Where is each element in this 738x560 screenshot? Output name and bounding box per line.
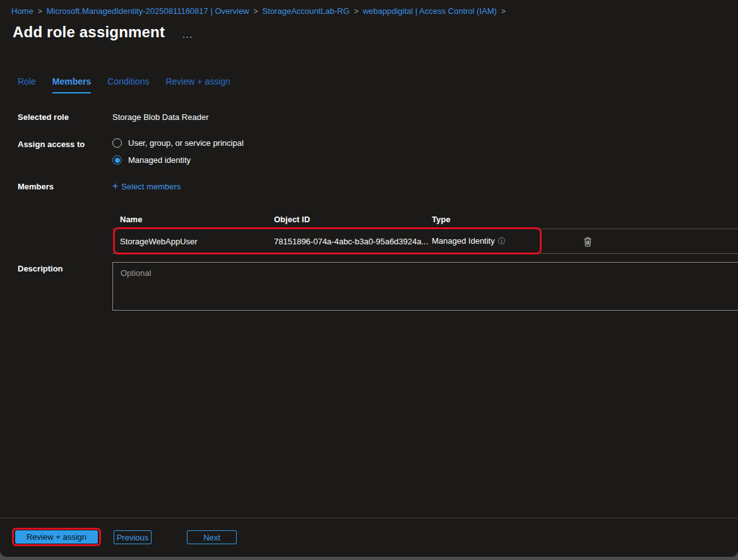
member-name-cell: StorageWebAppUser bbox=[112, 237, 274, 246]
review-assign-button[interactable]: Review + assign bbox=[15, 530, 98, 544]
breadcrumb-link-managed-identity-overview[interactable]: Microsoft.ManagedIdentity-20250811160817… bbox=[47, 6, 249, 16]
tab-bar: Role Members Conditions Review + assign bbox=[18, 76, 230, 93]
description-input[interactable] bbox=[112, 262, 738, 311]
assign-access-radio-group: User, group, or service principal Manage… bbox=[112, 138, 244, 172]
previous-button[interactable]: Previous bbox=[114, 530, 152, 544]
column-header-object-id: Object ID bbox=[274, 215, 432, 224]
selected-role-label: Selected role bbox=[18, 112, 69, 122]
radio-unselected-icon bbox=[112, 138, 122, 148]
radio-option-user-group-service-principal[interactable]: User, group, or service principal bbox=[112, 138, 244, 148]
members-table-header: Name Object ID Type bbox=[112, 210, 738, 229]
select-members-link-label: Select members bbox=[121, 182, 181, 191]
breadcrumb-link-access-control-iam[interactable]: webappdigital | Access Control (IAM) bbox=[363, 6, 497, 16]
assign-access-to-label: Assign access to bbox=[18, 140, 85, 149]
page-title: Add role assignment bbox=[13, 23, 165, 41]
trash-icon bbox=[583, 237, 592, 247]
footer-divider bbox=[0, 518, 738, 518]
column-header-type: Type bbox=[432, 215, 558, 224]
breadcrumb-separator-icon: > bbox=[354, 7, 359, 16]
select-members-link[interactable]: + Select members bbox=[112, 181, 181, 192]
tab-conditions[interactable]: Conditions bbox=[107, 76, 149, 93]
tab-review-assign[interactable]: Review + assign bbox=[165, 76, 230, 93]
radio-selected-icon bbox=[112, 155, 122, 165]
breadcrumb-link-resource-group[interactable]: StorageAccountLab-RG bbox=[263, 6, 350, 16]
radio-option-managed-identity[interactable]: Managed identity bbox=[112, 155, 244, 165]
radio-option-label: Managed identity bbox=[128, 155, 191, 165]
breadcrumb-link-home[interactable]: Home bbox=[11, 6, 33, 16]
breadcrumb-separator-icon: > bbox=[38, 7, 42, 16]
selected-role-value: Storage Blob Data Reader bbox=[112, 112, 208, 122]
table-row[interactable]: StorageWebAppUser 78151896-074a-4abc-b3a… bbox=[112, 229, 738, 254]
tab-members[interactable]: Members bbox=[52, 76, 91, 93]
radio-option-label: User, group, or service principal bbox=[128, 138, 244, 148]
members-label: Members bbox=[18, 182, 54, 191]
next-button[interactable]: Next bbox=[187, 530, 237, 544]
tab-role[interactable]: Role bbox=[18, 76, 36, 93]
plus-icon: + bbox=[112, 181, 118, 192]
page: Home > Microsoft.ManagedIdentity-2025081… bbox=[0, 0, 738, 560]
member-object-id-cell: 78151896-074a-4abc-b3a0-95a6d3924a... bbox=[274, 237, 432, 246]
title-row: Add role assignment ... bbox=[13, 23, 193, 41]
more-options-button[interactable]: ... bbox=[182, 30, 193, 40]
breadcrumb: Home > Microsoft.ManagedIdentity-2025081… bbox=[11, 6, 510, 16]
member-type-cell: Managed Identityⓘ bbox=[432, 236, 558, 247]
breadcrumb-separator-icon: > bbox=[501, 7, 506, 16]
delete-member-button[interactable] bbox=[580, 234, 596, 249]
azure-portal-panel: Home > Microsoft.ManagedIdentity-2025081… bbox=[0, 0, 738, 557]
description-label: Description bbox=[18, 264, 63, 273]
info-icon: ⓘ bbox=[498, 237, 506, 246]
column-header-name: Name bbox=[112, 215, 274, 224]
members-table: Name Object ID Type StorageWebAppUser 78… bbox=[112, 210, 738, 254]
breadcrumb-separator-icon: > bbox=[254, 7, 258, 16]
